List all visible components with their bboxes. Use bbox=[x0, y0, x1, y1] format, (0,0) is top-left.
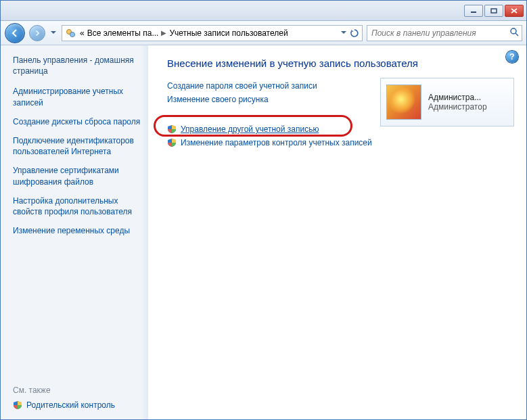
sidebar-link-admin-accounts[interactable]: Администрирование учетных записей bbox=[13, 86, 141, 108]
svg-rect-1 bbox=[491, 9, 497, 13]
refresh-button[interactable] bbox=[348, 26, 361, 41]
parental-control-link[interactable]: Родительский контроль bbox=[13, 400, 141, 410]
user-name: Администра... bbox=[428, 93, 487, 102]
body: Панель управления - домашняя страница Ад… bbox=[1, 45, 526, 419]
search-input[interactable] bbox=[371, 28, 507, 38]
breadcrumb-separator-icon: ▶ bbox=[158, 29, 169, 37]
navbar: « Все элементы па... ▶ Учетные записи по… bbox=[1, 21, 526, 45]
sidebar-link-online-ids[interactable]: Подключение идентификаторов пользователе… bbox=[13, 135, 141, 157]
see-also-label: См. также bbox=[13, 386, 141, 395]
nav-back-button[interactable] bbox=[5, 23, 25, 43]
breadcrumb-item[interactable]: Учетные записи пользователей bbox=[169, 28, 288, 38]
main-content: ? Внесение изменений в учетную запись по… bbox=[148, 45, 526, 419]
svg-line-5 bbox=[515, 33, 518, 36]
address-bar[interactable]: « Все элементы па... ▶ Учетные записи по… bbox=[62, 25, 363, 41]
shield-icon bbox=[167, 138, 177, 147]
close-button[interactable] bbox=[505, 5, 524, 17]
user-role: Администратор bbox=[428, 102, 487, 112]
user-avatar bbox=[386, 85, 421, 120]
minimize-button[interactable] bbox=[464, 5, 483, 17]
parental-control-label: Родительский контроль bbox=[26, 400, 115, 410]
maximize-button[interactable] bbox=[484, 5, 503, 17]
sidebar-link-reset-disk[interactable]: Создание дискеты сброса пароля bbox=[13, 116, 141, 127]
link-uac-settings[interactable]: Изменение параметров контроля учетных за… bbox=[167, 138, 513, 147]
sidebar: Панель управления - домашняя страница Ад… bbox=[1, 45, 148, 419]
search-box[interactable] bbox=[367, 25, 522, 41]
svg-rect-0 bbox=[471, 11, 476, 13]
breadcrumb-item[interactable]: Все элементы па... bbox=[87, 28, 159, 38]
address-dropdown[interactable] bbox=[338, 26, 348, 41]
svg-point-3 bbox=[70, 32, 75, 37]
shield-icon bbox=[167, 124, 177, 134]
svg-point-4 bbox=[511, 28, 516, 34]
page-heading: Внесение изменений в учетную запись поль… bbox=[167, 57, 513, 69]
help-icon[interactable]: ? bbox=[506, 51, 518, 63]
nav-history-dropdown[interactable] bbox=[49, 23, 58, 43]
sidebar-link-cert-mgmt[interactable]: Управление сертификатами шифрования файл… bbox=[13, 165, 141, 187]
breadcrumb-prefix: « bbox=[80, 28, 85, 38]
nav-forward-button[interactable] bbox=[29, 25, 45, 41]
titlebar bbox=[1, 1, 526, 21]
sidebar-link-profile-props[interactable]: Настройка дополнительных свойств профиля… bbox=[13, 195, 141, 217]
control-panel-home-link[interactable]: Панель управления - домашняя страница bbox=[13, 55, 141, 76]
window: « Все элементы па... ▶ Учетные записи по… bbox=[0, 0, 527, 420]
user-account-card[interactable]: Администра... Администратор bbox=[380, 78, 514, 126]
shield-icon bbox=[13, 400, 22, 410]
control-panel-icon bbox=[65, 27, 77, 39]
search-icon[interactable] bbox=[509, 27, 519, 39]
sidebar-link-env-vars[interactable]: Изменение переменных среды bbox=[13, 225, 141, 236]
